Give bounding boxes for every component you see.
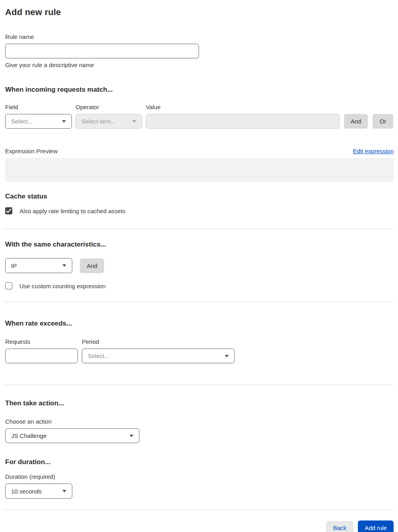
duration-label: Duration (required) — [5, 473, 394, 480]
operator-select: Select item... — [75, 114, 142, 129]
chevron-down-icon — [132, 120, 136, 123]
cache-status-heading: Cache status — [5, 193, 394, 200]
cache-checkbox-label: Also apply rate limiting to cached asset… — [19, 208, 126, 214]
match-section-heading: When incoming requests match... — [5, 86, 394, 94]
expression-preview-label: Expression Preview — [5, 148, 58, 154]
match-row: Field Select... Operator Select item... … — [5, 104, 394, 129]
field-select[interactable]: Select... — [5, 114, 72, 129]
period-label: Period — [82, 338, 235, 345]
rate-heading: When rate exceeds... — [5, 320, 394, 328]
field-select-value: Select... — [11, 118, 33, 125]
period-select-value: Select... — [88, 353, 109, 359]
chevron-down-icon — [129, 435, 133, 437]
requests-label: Requests — [5, 338, 78, 345]
chevron-down-icon — [225, 355, 229, 357]
custom-counting-row: Use custom counting expression — [5, 282, 394, 289]
or-button[interactable]: Or — [373, 114, 393, 129]
duration-heading: For duration... — [5, 458, 394, 466]
value-label: Value — [146, 104, 340, 110]
choose-action-label: Choose an action — [5, 418, 394, 425]
characteristics-heading: With the same characteristics... — [5, 241, 394, 249]
action-select[interactable]: JS Challenge — [5, 428, 139, 443]
edit-expression-link[interactable]: Edit expression — [353, 148, 394, 154]
operator-select-value: Select item... — [81, 118, 116, 125]
back-button[interactable]: Back — [326, 521, 354, 532]
characteristic-select[interactable]: IP — [5, 258, 72, 273]
characteristic-select-value: IP — [11, 262, 17, 269]
field-label: Field — [5, 104, 72, 110]
footer-actions: Back Add rule — [5, 520, 394, 532]
chevron-down-icon — [62, 120, 66, 123]
add-rule-form: Add new rule Rule name Give your rule a … — [0, 0, 398, 532]
value-input — [146, 114, 340, 129]
rule-name-input[interactable] — [5, 44, 199, 58]
footer-divider — [4, 510, 394, 510]
cache-checkbox[interactable] — [5, 207, 12, 214]
rule-name-helper: Give your rule a descriptive name — [5, 62, 394, 68]
rule-name-label: Rule name — [5, 33, 394, 40]
page-title: Add new rule — [5, 7, 394, 17]
period-select[interactable]: Select... — [82, 349, 235, 363]
rule-name-section: Rule name Give your rule a descriptive n… — [5, 33, 394, 68]
custom-counting-checkbox[interactable] — [5, 282, 12, 289]
check-icon — [6, 208, 12, 213]
section-divider — [4, 385, 394, 385]
expression-preview-row: Expression Preview Edit expression — [5, 148, 394, 154]
chevron-down-icon — [62, 490, 66, 492]
characteristics-row: IP And — [5, 258, 394, 273]
chevron-down-icon — [62, 264, 66, 267]
duration-select[interactable]: 10 seconds — [5, 484, 72, 499]
operator-label: Operator — [75, 104, 142, 110]
rate-row: Requests Period Select... — [5, 338, 394, 363]
characteristics-and-button[interactable]: And — [80, 258, 104, 273]
action-heading: Then take action... — [5, 399, 394, 407]
duration-select-value: 10 seconds — [11, 488, 42, 495]
section-divider — [4, 229, 394, 229]
action-select-value: JS Challenge — [11, 432, 46, 439]
custom-counting-label: Use custom counting expression — [19, 283, 106, 289]
requests-input[interactable] — [5, 349, 78, 363]
and-button[interactable]: And — [344, 114, 368, 129]
expression-preview-box — [5, 158, 394, 182]
add-rule-button[interactable]: Add rule — [358, 520, 394, 532]
section-divider — [4, 302, 394, 302]
cache-checkbox-row: Also apply rate limiting to cached asset… — [5, 207, 394, 214]
